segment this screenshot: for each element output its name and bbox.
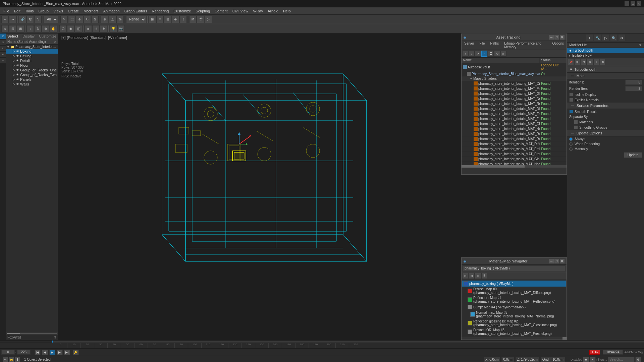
curve-editor-btn[interactable]: ⌇ [179,16,187,23]
mat-item-diffuse[interactable]: Diffuse: Map #0 (pharmacy_store_interior… [462,287,566,295]
tab-properties[interactable]: P [0,52,6,58]
ts-main-header[interactable]: ─ Main [567,73,644,79]
time-display[interactable] [603,350,623,355]
modifier-item-turbosmooth[interactable]: ◈ TurboSmooth [567,48,644,53]
menu-modifiers[interactable]: Modifiers [82,8,101,14]
goto-start-btn[interactable]: |◀ [35,350,41,355]
maximize-btn[interactable]: □ [631,1,635,6]
mod-copy-btn[interactable]: ⊞ [574,59,580,65]
viewport-plus[interactable]: [+] [61,36,66,40]
mat-navigator-maximize[interactable]: □ [554,259,559,263]
asset-row-8[interactable]: pharmacy_store_interior_details_MAT_Glos… [462,121,567,126]
modifier-list-dropdown-arrow[interactable]: ▼ [639,43,642,47]
select-button[interactable]: Select [7,34,18,38]
status-btn1[interactable]: ◉ [583,357,589,362]
play-btn[interactable]: ▶ [49,350,55,355]
menu-edit[interactable]: Edit [12,8,22,14]
mat-editor-btn[interactable]: M [189,16,197,23]
mat-item-root[interactable]: pharmacy_boxing ( VRayMtl ) [462,281,566,287]
mod-config-btn[interactable]: ⚙ [600,59,606,65]
at-btn2[interactable]: ↓ [469,51,475,57]
status-search-input[interactable] [608,357,635,362]
tb2-btn3[interactable]: ⊞ [17,25,24,33]
tb2-edge-btn[interactable]: ◫ [75,25,82,33]
tree-item-boxing[interactable]: ▷ 👁 Boxing [6,49,58,54]
tb2-smooth-btn[interactable]: ◉ [67,25,74,33]
status-lock-icon[interactable]: 🔒 [9,357,14,362]
redo-btn[interactable]: ↪ [9,16,16,23]
snap-toggle-btn[interactable]: ⊕ [101,16,108,23]
auto-key-btn[interactable]: Auto [589,350,600,355]
mat-item-fresnel[interactable]: Fresnel IOR: Map #3 (pharmacy_store_inte… [462,327,566,336]
bind-space-warp-btn[interactable]: ∿ [34,16,42,23]
add-time-tag-btn[interactable]: Add Time Tag [624,351,643,354]
cmd-search-icon[interactable]: 🔍 [610,34,618,42]
close-btn[interactable]: ✕ [637,1,641,6]
window-controls[interactable]: ─ □ ✕ [625,1,641,6]
percent-snap-btn[interactable]: % [116,16,124,23]
mat-search-input[interactable] [463,265,565,271]
mat-item-glossiness[interactable]: Reflection glossiness: Map #2 (pharmacy_… [462,319,566,327]
goto-end-btn[interactable]: ▶| [64,350,70,355]
at-btn5[interactable]: ≣ [488,51,494,57]
mat-item-reflection[interactable]: Reflection: Map #1 (pharmacy_store_inter… [462,295,566,304]
tb2-wire-btn[interactable]: ⬡ [59,25,67,33]
at-btn3[interactable]: ⟳ [475,51,481,57]
status-select-icon[interactable]: ↖ [3,357,8,362]
menu-customize[interactable]: Customize [171,8,193,14]
tb2-pan-btn[interactable]: ✋ [50,25,57,33]
menu-views[interactable]: Views [51,8,65,14]
mat-tb-btn2[interactable]: ⊞ [469,273,475,279]
mirror-btn[interactable]: ⊞ [149,16,156,23]
scene-panel-close[interactable]: ✕ [54,40,56,44]
timeline-playhead[interactable] [52,341,53,343]
asset-row-7[interactable]: pharmacy_store_interior_details_MAT_Fres… [462,116,567,121]
mat-navigator-controls[interactable]: ─ □ ✕ [549,259,565,263]
rotate-btn[interactable]: ↻ [84,16,91,23]
tab-display[interactable]: D [0,58,6,64]
tab-scene[interactable]: S [0,40,6,46]
layer-btn[interactable]: ⊕ [172,16,179,23]
ts-manually-radio[interactable] [569,147,573,151]
asset-row-file[interactable]: Pharmacy_Store_Interior_Blue_max_vray.ma… [462,71,567,76]
asset-row-3[interactable]: pharmacy_store_interior_boxing_MAT_Norma… [462,96,567,101]
tb2-freeze-btn[interactable]: ❄ [100,25,107,33]
ts-explicit-checkbox[interactable] [569,98,573,102]
timeline-slider[interactable] [52,341,644,343]
mat-tb-btn1[interactable]: ⊟ [462,273,468,279]
viewport-wireframe[interactable]: [Wireframe] [108,36,127,40]
select-region-btn[interactable]: ⬚ [68,16,75,23]
asset-row-maps-group[interactable]: ▼ Maps / Shaders [462,76,567,81]
cmd-add-btn[interactable]: + [586,34,593,42]
ts-surface-header[interactable]: ─ Surface Parameters [567,103,644,109]
menu-scripting[interactable]: Scripting [194,8,212,14]
scale-btn[interactable]: ⧖ [91,16,99,23]
asset-row-11[interactable]: pharmacy_store_interior_details_MAT_Refr… [462,136,567,141]
move-btn[interactable]: ✛ [76,16,83,23]
select-object-btn[interactable]: ↖ [60,16,68,23]
next-frame-btn[interactable]: ▶ [57,350,63,355]
at-menu-options[interactable]: Options [550,41,567,50]
menu-civil-view[interactable]: Civil View [230,8,250,14]
scene-panel-scrollbar[interactable] [6,332,58,335]
mat-navigator-scrollbar[interactable] [462,337,567,340]
at-btn1[interactable]: ↑ [462,51,468,57]
menu-help[interactable]: Help [281,8,293,14]
tb2-zoom-btn[interactable]: ⊕ [42,25,49,33]
timeline-track[interactable]: 0 10 20 30 40 50 60 70 80 90 100 110 120… [0,343,644,348]
tree-item-racks-two[interactable]: ▷ 👁 Group_of_Racks_Two [6,72,58,77]
timeline-slider-container[interactable] [0,340,644,343]
select-link-btn[interactable]: 🔗 [19,16,26,23]
selection-filter-dropdown[interactable]: All [44,16,58,23]
modifier-item-editable-poly[interactable]: ▸ Editable Poly [567,53,644,58]
menu-rendering[interactable]: Rendering [150,8,171,14]
key-btn[interactable]: 🔑 [73,350,79,355]
menu-create[interactable]: Create [66,8,81,14]
tree-item-details[interactable]: ▷ 👁 Details [6,58,58,63]
render-dropdown[interactable]: Render [126,16,146,23]
tree-item-ceiling[interactable]: ▷ 👁 Ceiling [6,54,58,58]
tb2-isolate-btn[interactable]: ◈ [85,25,92,33]
at-menu-bitmap[interactable]: Bitmap Performance and Memory [501,41,549,50]
mod-up-btn[interactable]: ↑ [593,59,599,65]
asset-tracking-controls[interactable]: ─ □ ✕ [549,35,565,40]
